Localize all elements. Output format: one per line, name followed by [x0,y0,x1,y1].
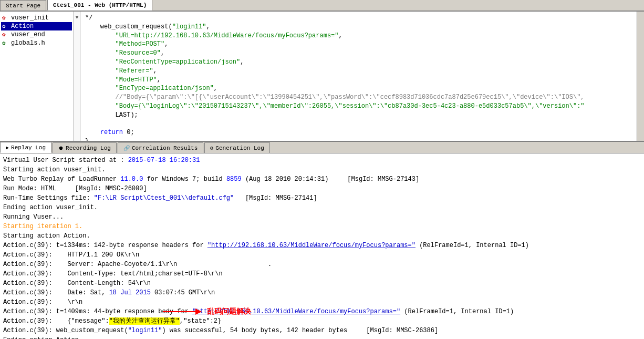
tab-correlation-label: Correlation Results [132,145,198,151]
log-content: Virtual User Script started at : 2015-07… [0,153,644,339]
script-icon-globals: ✿ [2,39,9,47]
log-line-1: Virtual User Script started at : 2015-07… [3,156,641,165]
log-line-8: Starting iteration 1. [3,222,641,231]
code-content: */ web_custom_request("login11", "URL=ht… [81,12,637,141]
log-line-20: Ending action Action. [3,335,641,339]
tab-correlation[interactable]: 🔗 Correlation Results [118,142,203,153]
red-arrow-icon [163,306,205,317]
tab-recording-log-label: Recording Log [66,145,111,151]
script-icon-action: ✿ [2,23,9,30]
log-line-2: Starting action vuser_init. [3,165,641,174]
correlation-icon: 🔗 [123,145,130,151]
tab-ctest-label: Ctest_001 - Web (HTTP/HTML) [53,2,147,8]
log-line-16: Action.c(39): \r\n [3,297,641,307]
log-line-14: Action.c(39): Content-Length: 54\r\n [3,279,641,288]
tree-item-vuser-init[interactable]: ✿ vuser_init [1,14,72,22]
log-line-5: Run-Time Settings file: "F:\LR Script\Ct… [3,193,641,203]
log-line-9: Starting action Action. [3,231,641,241]
log-line-13: Action.c(39): Content-Type: text/html;ch… [3,269,641,279]
log-link-1[interactable]: "http://192.168.10.63/MiddleWare/focus/m… [207,242,416,249]
log-line-11: Action.c(39): HTTP/1.1 200 OK\r\n [3,250,641,260]
tab-generation[interactable]: ⚙ Generation Log [204,142,269,153]
log-line-18: Action.c(39): {"message":"我的关注查询运行异常","s… [3,316,641,326]
annotation-arrow: 乱码问题解决 [163,306,251,317]
recording-icon: ⏺ [58,145,64,151]
collapse-arrow[interactable]: ▼ [75,14,78,22]
generation-icon: ⚙ [210,145,213,151]
log-line-19: Action.c(39): web_custom_request("login1… [3,326,641,335]
file-tree: ✿ vuser_init ✿ Action ✿ vuser_end ✿ glob… [0,12,74,141]
bottom-area: ▶ Replay Log ⏺ Recording Log 🔗 Correlati… [0,142,644,339]
tree-item-globals-label: globals.h [11,39,45,47]
tab-start-page-label: Start Page [6,3,40,9]
code-editor[interactable]: */ web_custom_request("login11", "URL=ht… [81,12,637,141]
code-editor-container: ▼ */ web_custom_request("login11", "URL=… [74,12,644,141]
tree-item-action-label: Action [11,23,34,30]
log-line-3: Web Turbo Replay of LoadRunner 11.0.0 fo… [3,174,641,184]
tab-generation-label: Generation Log [215,145,264,151]
annotation-text: 乱码问题解决 [207,306,251,317]
tree-item-vuser-end[interactable]: ✿ vuser_end [1,30,72,39]
script-icon-vuser-init: ✿ [2,14,9,22]
log-line-7: Running Vuser... [3,212,641,222]
tab-replay-log-label: Replay Log [11,145,46,151]
code-scrollbar[interactable] [637,12,644,141]
log-line-6: Ending action vuser_init. [3,203,641,212]
tab-ctest[interactable]: Ctest_001 - Web (HTTP/HTML) [47,0,152,11]
tab-replay-log[interactable]: ▶ Replay Log [0,142,51,153]
log-line-4: Run Mode: HTML [MsgId: MMSC-26000] [3,184,641,193]
main-content-area: ✿ vuser_init ✿ Action ✿ vuser_end ✿ glob… [0,12,644,142]
bottom-tab-bar: ▶ Replay Log ⏺ Recording Log 🔗 Correlati… [0,142,644,153]
code-gutter: ▼ [74,12,81,141]
replay-icon: ▶ [6,145,9,151]
log-line-17: Action.c(39): t=1409ms: 44-byte response… [3,307,641,316]
tree-item-vuser-end-label: vuser_end [11,31,45,38]
script-icon-vuser-end: ✿ [2,31,9,38]
tab-recording-log[interactable]: ⏺ Recording Log [53,142,117,153]
log-line-10: Action.c(39): t=1334ms: 142-byte respons… [3,241,641,250]
tab-start-page[interactable]: Start Page [0,0,46,11]
log-line-15: Action.c(39): Date: Sat, 18 Jul 2015 03:… [3,288,641,297]
log-line-12: Action.c(39): Server: Apache-Coyote/1.1\… [3,260,641,269]
tree-item-action[interactable]: ✿ Action [1,22,72,30]
tree-item-vuser-init-label: vuser_init [11,14,49,22]
tree-item-globals[interactable]: ✿ globals.h [1,39,72,47]
top-tab-bar: Start Page Ctest_001 - Web (HTTP/HTML) [0,0,644,12]
